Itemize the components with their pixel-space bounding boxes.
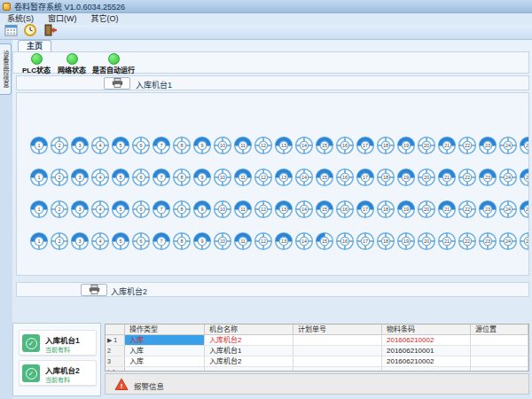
- column-header-1[interactable]: 操作类型: [125, 325, 205, 334]
- alarm-label: 报警信息: [134, 380, 164, 391]
- svg-text:15: 15: [322, 143, 327, 148]
- table-cell[interactable]: [293, 367, 382, 372]
- table-cell[interactable]: [293, 346, 382, 356]
- table-row-3[interactable]: 3入库入库机台2201606210002: [106, 356, 528, 367]
- slot-circle-1-1: 1: [29, 136, 49, 155]
- svg-text:8: 8: [180, 143, 183, 148]
- table-cell[interactable]: [471, 335, 528, 345]
- table-cell[interactable]: 201606210001: [382, 346, 471, 356]
- table-cell[interactable]: [205, 367, 293, 372]
- svg-text:14: 14: [301, 175, 307, 180]
- svg-text:11: 11: [240, 175, 246, 180]
- svg-text:24: 24: [505, 143, 511, 148]
- slot-circle-2-23: 23: [478, 168, 497, 187]
- table-cell[interactable]: [125, 367, 205, 372]
- svg-text:1: 1: [37, 239, 40, 244]
- slot-circle-1-18: 18: [376, 136, 395, 155]
- svg-text:13: 13: [281, 207, 286, 212]
- table-cell[interactable]: [293, 335, 382, 345]
- slot-circle-3-25: 25: [519, 200, 529, 219]
- svg-text:10: 10: [220, 239, 225, 244]
- side-dock-tab[interactable]: 设备监控信息: [0, 43, 12, 95]
- slot-circle-4-14: 14: [294, 231, 314, 251]
- table-row-2[interactable]: 2入库入库机台1201606210001: [106, 346, 528, 356]
- row-header[interactable]: ▶ 1: [106, 335, 125, 345]
- machine-panel-1-header: 入库机台1: [16, 75, 529, 90]
- slot-circle-1-13: 13: [274, 136, 293, 155]
- table-cell[interactable]: [471, 356, 528, 366]
- table-cell[interactable]: [382, 367, 471, 372]
- slot-circle-3-4: 4: [90, 200, 110, 219]
- svg-text:18: 18: [383, 239, 388, 244]
- slot-circle-4-11: 11: [233, 231, 253, 251]
- column-header-4[interactable]: 物料条码: [382, 325, 471, 334]
- slot-circle-2-22: 22: [458, 168, 477, 187]
- machine-card-status: 当前有料: [45, 375, 70, 384]
- slot-circle-1-10: 10: [213, 136, 232, 155]
- svg-text:16: 16: [342, 143, 348, 148]
- svg-text:2: 2: [58, 143, 60, 148]
- slot-circle-3-13: 13: [274, 200, 293, 219]
- svg-text:5: 5: [119, 207, 121, 212]
- table-cell[interactable]: 201606210002: [382, 335, 471, 345]
- table-cell[interactable]: 入库: [125, 335, 205, 345]
- svg-text:25: 25: [526, 143, 529, 148]
- slot-circle-4-16: 16: [335, 231, 355, 251]
- table-cell[interactable]: 入库: [125, 356, 205, 366]
- table-cell[interactable]: 入库: [125, 346, 205, 356]
- row-header[interactable]: 2: [106, 346, 125, 356]
- svg-text:12: 12: [261, 175, 266, 180]
- svg-text:2: 2: [58, 207, 60, 212]
- svg-text:25: 25: [526, 239, 529, 244]
- menu-item-3[interactable]: 其它(O): [84, 13, 126, 25]
- slot-circle-1-2: 2: [50, 136, 69, 155]
- row-header[interactable]: 3: [106, 356, 125, 366]
- operations-table[interactable]: 操作类型机台名称计划单号物料条码源位置▶ 1入库入库机台220160621000…: [105, 324, 529, 372]
- svg-text:1: 1: [37, 143, 40, 148]
- check-badge-icon: ✓: [22, 334, 40, 352]
- svg-text:25: 25: [526, 207, 529, 212]
- svg-text:11: 11: [240, 143, 246, 148]
- tab-home[interactable]: 主页: [18, 40, 51, 51]
- table-cell[interactable]: [471, 346, 528, 356]
- alarm-panel: ! 报警信息: [105, 373, 529, 395]
- svg-text:24: 24: [505, 239, 511, 244]
- table-cell[interactable]: 入库机台2: [205, 356, 293, 366]
- table-row-1[interactable]: ▶ 1入库入库机台2201606210002: [106, 335, 528, 346]
- slot-circle-2-14: 14: [294, 168, 314, 187]
- svg-text:23: 23: [485, 143, 490, 148]
- table-cell[interactable]: [471, 367, 528, 372]
- svg-text:13: 13: [281, 239, 286, 244]
- exit-button[interactable]: [42, 26, 58, 39]
- row-header[interactable]: * 4: [106, 367, 125, 372]
- table-cell[interactable]: 入库机台2: [205, 335, 293, 345]
- schedule-button[interactable]: [3, 26, 19, 39]
- svg-text:14: 14: [301, 143, 307, 148]
- svg-text:4: 4: [98, 143, 101, 148]
- slot-circle-3-20: 20: [417, 200, 436, 219]
- history-button[interactable]: [22, 26, 38, 39]
- svg-text:9: 9: [200, 175, 203, 180]
- table-cell[interactable]: 入库机台1: [205, 346, 293, 356]
- column-header-2[interactable]: 机台名称: [205, 325, 293, 334]
- svg-text:9: 9: [200, 239, 203, 244]
- slot-circle-3-21: 21: [437, 200, 457, 219]
- green-dot-icon: [108, 53, 120, 65]
- table-row-4[interactable]: * 4: [106, 367, 528, 372]
- svg-text:17: 17: [363, 239, 368, 244]
- slot-circle-2-12: 12: [254, 168, 273, 187]
- table-cell[interactable]: 201606210002: [382, 356, 471, 366]
- table-header-row: 操作类型机台名称计划单号物料条码源位置: [106, 325, 528, 335]
- table-cell[interactable]: [293, 356, 382, 366]
- slot-circle-2-4: 4: [90, 168, 110, 187]
- print-button-machine2[interactable]: [81, 284, 107, 296]
- svg-text:1: 1: [37, 175, 40, 180]
- column-header-5[interactable]: 源位置: [471, 325, 528, 334]
- slot-circle-3-3: 3: [70, 200, 90, 219]
- slot-circle-1-9: 9: [192, 136, 212, 155]
- svg-text:15: 15: [322, 239, 327, 244]
- print-button-machine1[interactable]: [104, 77, 130, 90]
- slot-circle-3-22: 22: [458, 200, 477, 219]
- machine-panel-2-title: 入库机台2: [111, 286, 147, 297]
- column-header-3[interactable]: 计划单号: [293, 325, 382, 334]
